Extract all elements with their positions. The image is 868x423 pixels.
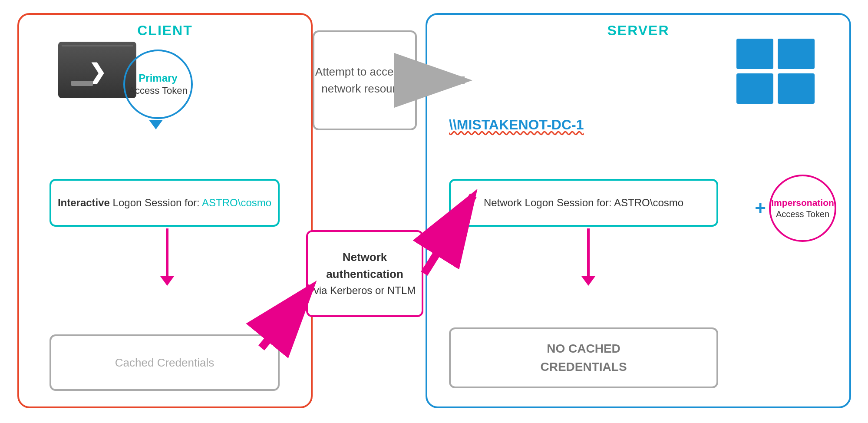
arrow-head-blue	[149, 120, 163, 129]
network-auth-bold: Network authentication	[308, 249, 422, 283]
terminal-arrow-icon: ❯	[89, 62, 106, 83]
attempt-access-label: Attempt to access a network resource	[314, 63, 415, 97]
network-session-box: Network Logon Session for: ASTRO\cosmo	[449, 179, 718, 227]
cached-credentials-label: Cached Credentials	[115, 356, 214, 370]
windows-pane-2	[778, 39, 815, 69]
arrow-head-pink-left	[160, 276, 174, 286]
no-cached-text: NO CACHED CREDENTIALS	[540, 340, 627, 376]
server-name: \\MISTAKENOT-DC-1	[449, 117, 584, 133]
arrow-pink-down-left	[160, 228, 174, 286]
interactive-session-user: ASTRO\cosmo	[202, 197, 271, 208]
network-session-for: Logon Session for:	[525, 197, 614, 208]
network-session-text: Network Logon Session for: ASTRO\cosmo	[484, 195, 683, 210]
impersonation-token-label: Impersonation	[771, 197, 834, 208]
attempt-access-box: Attempt to access a network resource	[313, 30, 417, 130]
interactive-bold: Interactive	[58, 197, 110, 208]
interactive-session-for: Logon Session for:	[113, 197, 202, 208]
arrow-line-pink-right	[587, 228, 590, 276]
windows-pane-1	[736, 39, 773, 69]
terminal-bar	[71, 81, 93, 86]
windows-logo	[736, 39, 815, 104]
plus-sign: +	[755, 197, 766, 219]
server-label: SERVER	[607, 23, 669, 39]
client-label: CLIENT	[137, 23, 193, 39]
cached-credentials-box: Cached Credentials	[50, 334, 280, 391]
diagram-container: CLIENT ❯ Primary Access Token Interactiv…	[0, 0, 868, 423]
no-cached-line1: NO CACHED	[547, 342, 620, 355]
arrow-head-pink-right	[581, 276, 595, 286]
primary-token-label: Primary	[139, 71, 177, 85]
no-cached-credentials-box: NO CACHED CREDENTIALS	[449, 327, 718, 388]
network-auth-box: Network authentication via Kerberos or N…	[306, 230, 423, 317]
network-session-bold: Network	[484, 197, 522, 208]
windows-pane-4	[778, 73, 815, 104]
impersonation-token-rest: Access Token	[776, 208, 829, 220]
impersonation-token-circle: Impersonation Access Token	[769, 175, 836, 242]
arrow-line-pink-left	[166, 228, 168, 276]
arrow-pink-down-right	[581, 228, 595, 286]
network-auth-rest: via Kerberos or NTLM	[314, 283, 416, 298]
primary-access-token-circle: Primary Access Token	[123, 50, 193, 119]
client-box: CLIENT ❯ Primary Access Token Interactiv…	[17, 13, 313, 408]
interactive-session-text: Interactive Logon Session for: ASTRO\cos…	[58, 195, 271, 210]
server-box: SERVER \\MISTAKENOT-DC-1 Network Logon S…	[426, 13, 851, 408]
no-cached-line2: CREDENTIALS	[540, 360, 627, 373]
network-session-user: ASTRO\cosmo	[614, 197, 683, 208]
primary-token-rest: Access Token	[129, 85, 187, 97]
windows-pane-3	[736, 73, 773, 104]
interactive-session-box: Interactive Logon Session for: ASTRO\cos…	[50, 179, 280, 227]
